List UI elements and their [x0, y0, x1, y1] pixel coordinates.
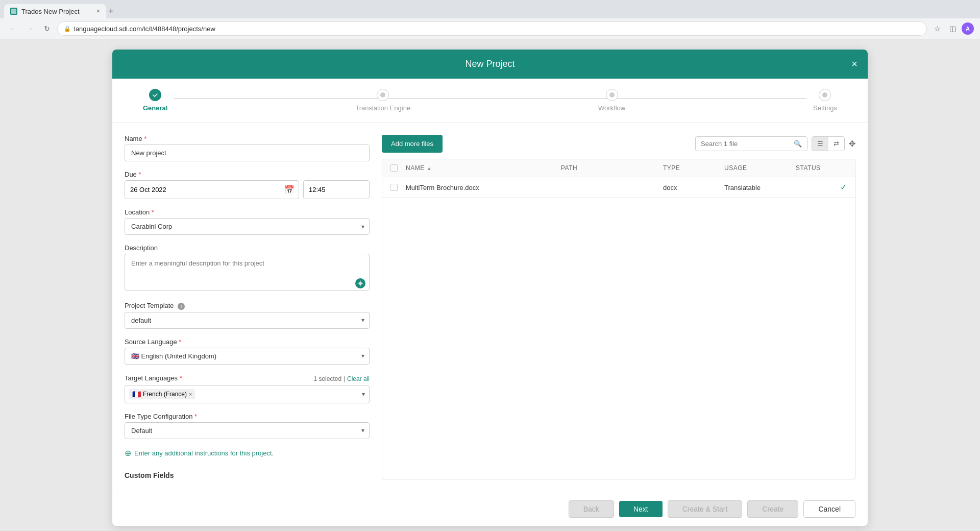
step-workflow[interactable]: Workflow	[598, 89, 625, 112]
description-field-group: Description	[125, 244, 370, 293]
next-button[interactable]: Next	[619, 501, 663, 517]
step-label-settings: Settings	[813, 104, 837, 112]
due-label: Due *	[125, 171, 370, 178]
usage-column-header: USAGE	[724, 164, 796, 172]
name-input[interactable]	[125, 144, 370, 161]
ai-icon[interactable]	[355, 278, 365, 288]
file-usage-cell: Translatable	[724, 183, 796, 192]
modal-title: New Project	[465, 59, 514, 69]
row-checkbox[interactable]	[390, 184, 398, 191]
modal-footer: Back Next Create & Start Create Cancel	[112, 492, 868, 526]
target-dropdown-arrow[interactable]: ▾	[362, 391, 365, 398]
list-view-button[interactable]: ☰	[812, 137, 828, 151]
step-circle-general	[149, 89, 161, 101]
svg-rect-0	[11, 9, 16, 14]
extensions-icon[interactable]: ◫	[946, 22, 959, 35]
forward-button[interactable]: →	[23, 22, 37, 35]
nav-icons: ☆ ◫ A	[931, 22, 974, 35]
right-panel: Add more files 🔍 ☰ ⇄ ✥	[382, 135, 855, 479]
project-template-select[interactable]: default	[125, 312, 370, 329]
svg-point-1	[359, 282, 362, 285]
source-language-select-wrapper: 🇬🇧 English (United Kingdom)	[125, 348, 370, 365]
step-general[interactable]: General	[143, 89, 167, 112]
remove-french-button[interactable]: ×	[189, 391, 192, 397]
target-lang-header: Target Languages * 1 selected | Clear al…	[125, 374, 370, 383]
step-label-general: General	[143, 104, 167, 112]
modal-close-button[interactable]: ×	[851, 58, 857, 70]
bookmark-star-icon[interactable]: ☆	[931, 22, 943, 35]
file-toolbar-right: 🔍 ☰ ⇄ ✥	[695, 136, 855, 151]
calendar-icon[interactable]: 📅	[280, 181, 299, 199]
type-column-header: TYPE	[663, 164, 724, 172]
file-type-select[interactable]: Default	[125, 422, 370, 439]
source-language-select[interactable]: 🇬🇧 English (United Kingdom)	[125, 348, 370, 365]
time-dropdown[interactable]: 12:45	[304, 182, 369, 198]
grid-view-button[interactable]: ⇄	[828, 137, 844, 151]
target-selected-info: 1 selected | Clear all	[313, 374, 370, 383]
profile-avatar[interactable]: A	[962, 22, 974, 35]
step-circle-settings	[819, 89, 831, 101]
file-table: NAME ▲ PATH TYPE USAGE STATUS Mult	[382, 159, 855, 479]
active-tab[interactable]: Trados New Project ×	[4, 4, 106, 18]
tab-favicon	[10, 8, 17, 15]
project-template-label: Project Template i	[125, 302, 370, 310]
tab-close-button[interactable]: ×	[96, 8, 100, 15]
modal-content: Name * Due * 📅	[112, 123, 868, 492]
sort-name-icon[interactable]: ▲	[427, 165, 432, 171]
target-language-input[interactable]: 🇫🇷 French (France) × ▾	[125, 385, 370, 403]
additional-instructions-text: Enter any additional instructions for th…	[134, 449, 274, 457]
description-input[interactable]	[125, 254, 370, 291]
tab-title: Trados New Project	[21, 8, 80, 15]
location-field-group: Location * Carabini Corp	[125, 208, 370, 235]
due-field-group: Due * 📅 12:45	[125, 171, 370, 199]
modal-backdrop: New Project × General Translation Engine	[0, 39, 980, 531]
step-label-workflow: Workflow	[598, 104, 625, 112]
step-translation-engine[interactable]: Translation Engine	[355, 89, 410, 112]
file-status-cell: ✓	[796, 182, 847, 192]
select-all-checkbox[interactable]	[390, 164, 398, 172]
view-toggle: ☰ ⇄	[812, 136, 845, 151]
due-date-text[interactable]	[125, 182, 280, 198]
refresh-button[interactable]: ↻	[41, 22, 53, 35]
location-label: Location *	[125, 208, 370, 216]
due-date-input[interactable]: 📅	[125, 180, 299, 199]
source-language-field-group: Source Language * 🇬🇧 English (United Kin…	[125, 338, 370, 365]
description-label: Description	[125, 244, 370, 252]
nav-bar: ← → ↻ 🔒 languagecloud.sdl.com/lc/t/48844…	[0, 18, 980, 39]
search-box: 🔍	[695, 136, 807, 151]
new-tab-button[interactable]: +	[108, 6, 114, 17]
step-settings[interactable]: Settings	[813, 89, 837, 112]
plus-icon: ⊕	[125, 448, 131, 458]
create-start-button: Create & Start	[668, 500, 743, 518]
additional-instructions[interactable]: ⊕ Enter any additional instructions for …	[125, 448, 370, 458]
path-column-header: PATH	[561, 164, 663, 172]
back-button[interactable]: ←	[6, 22, 19, 35]
lock-icon: 🔒	[64, 26, 71, 32]
expand-button[interactable]: ✥	[849, 139, 855, 149]
info-icon[interactable]: i	[178, 303, 185, 310]
location-select-wrapper: Carabini Corp	[125, 218, 370, 235]
location-select[interactable]: Carabini Corp	[125, 218, 370, 235]
address-bar[interactable]: 🔒 languagecloud.sdl.com/lc/t/488448/proj…	[57, 21, 927, 36]
clear-all-button[interactable]: Clear all	[347, 375, 370, 382]
status-column-header: STATUS	[796, 164, 847, 172]
description-container	[125, 254, 370, 293]
tab-bar: Trados New Project × +	[0, 0, 980, 18]
target-languages-field-group: Target Languages * 1 selected | Clear al…	[125, 374, 370, 403]
step-label-translation: Translation Engine	[355, 104, 410, 112]
left-panel: Name * Due * 📅	[125, 135, 370, 479]
search-input[interactable]	[701, 140, 791, 148]
cancel-button[interactable]: Cancel	[803, 500, 855, 518]
step-circle-translation	[377, 89, 389, 101]
url-text: languagecloud.sdl.com/lc/t/488448/projec…	[74, 25, 215, 33]
file-type-field-group: File Type Configuration * Default	[125, 413, 370, 439]
name-column-header: NAME ▲	[406, 164, 561, 172]
add-files-button[interactable]: Add more files	[382, 135, 443, 153]
file-type-select-wrapper: Default	[125, 422, 370, 439]
due-time-select[interactable]: 12:45	[303, 180, 370, 199]
search-icon: 🔍	[794, 140, 802, 148]
due-date-row: 📅 12:45	[125, 180, 370, 199]
browser-chrome: Trados New Project × + ← → ↻ 🔒 languagec…	[0, 0, 980, 39]
file-toolbar: Add more files 🔍 ☰ ⇄ ✥	[382, 135, 855, 153]
back-button: Back	[569, 500, 614, 518]
